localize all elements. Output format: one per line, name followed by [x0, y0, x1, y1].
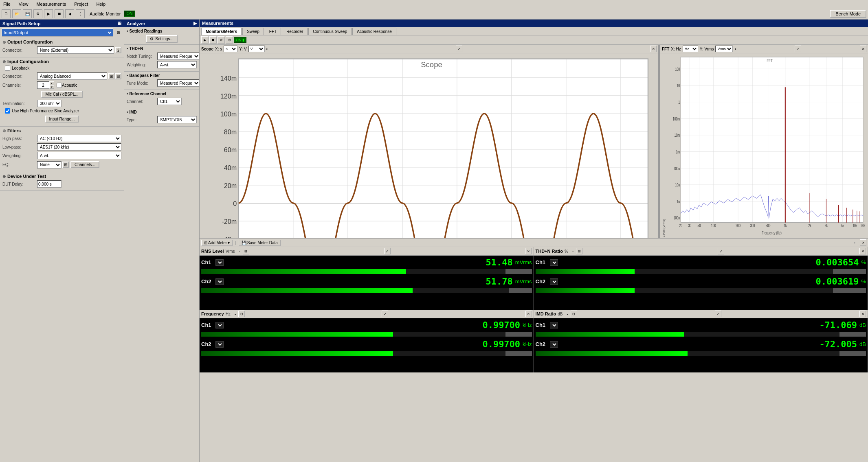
hpsa-checkbox[interactable]: [5, 108, 10, 114]
toolbar-settings-btn[interactable]: ⚙: [226, 36, 233, 44]
tab-fft[interactable]: FFT: [265, 28, 281, 35]
toolbar-loop-btn[interactable]: ↺: [218, 36, 225, 44]
toolbar-btn5[interactable]: ▶: [44, 9, 53, 18]
fft-close-btn[interactable]: ✕: [860, 46, 866, 52]
io-dropdown[interactable]: Input/Output: [2, 28, 113, 37]
bench-mode-button[interactable]: Bench Mode: [830, 10, 866, 18]
toolbar-btn7[interactable]: ◀: [65, 9, 74, 18]
loopback-checkbox[interactable]: [5, 66, 10, 71]
input-connector-select[interactable]: Analog Balanced: [37, 72, 107, 80]
scope-y-select[interactable]: VdBVdBu: [248, 46, 265, 52]
tab-recorder[interactable]: Recorder: [282, 28, 308, 35]
freq-expand-btn[interactable]: ⤢: [382, 311, 388, 317]
thd-expand-btn[interactable]: ⤢: [718, 248, 724, 254]
freq-close-btn[interactable]: ✕: [525, 311, 532, 317]
eq-select[interactable]: None: [37, 161, 62, 169]
fft-x-select[interactable]: HzkHz: [683, 46, 698, 52]
meters-toolbar: ⊞ Add Meter ▾ | 💾 Save Meter Data ▸ ✕: [200, 239, 868, 247]
toolbar-open[interactable]: 📂: [12, 9, 21, 18]
measurements-panel: Measurements Monitors/Meters Sweep FFT R…: [200, 20, 868, 462]
scope-x-select[interactable]: smsus: [224, 46, 237, 52]
imd-ch2-select[interactable]: ▼: [550, 341, 558, 348]
toolbar-btn8[interactable]: ⟨: [76, 9, 85, 18]
frequency-title: Frequency: [201, 311, 224, 316]
toolbar-play-btn[interactable]: ▶: [201, 36, 209, 44]
acoustic-checkbox[interactable]: [57, 83, 62, 88]
freq-ch2-unit: kHz: [523, 341, 532, 347]
tab-continuous-sweep[interactable]: Continuous Sweep: [308, 28, 352, 35]
fft-expand-btn[interactable]: ⤢: [795, 46, 801, 52]
meters-expand-btn[interactable]: ✕: [860, 239, 866, 246]
rms-close-btn[interactable]: ✕: [525, 248, 532, 254]
thd-minimize-btn[interactable]: ⊟: [576, 248, 582, 254]
termination-select[interactable]: 300 ohm: [37, 100, 62, 107]
rms-level-unit: Vrms: [226, 249, 235, 254]
signal-path-icon[interactable]: ⊞: [118, 21, 121, 26]
toolbar-stop-btn[interactable]: ⏹: [209, 36, 217, 44]
input-connector-btn1[interactable]: ⊞: [108, 73, 114, 79]
input-range-btn[interactable]: Input Range...: [45, 116, 79, 123]
toolbar-save[interactable]: 💾: [23, 9, 32, 18]
input-connector-btn2[interactable]: ⊟: [115, 73, 121, 79]
highpass-select[interactable]: AC (<10 Hz): [37, 135, 121, 142]
freq-ch2-bar-fill: [201, 351, 393, 356]
tune-mode-row: Tune Mode: Measured Freque: [127, 79, 197, 87]
rms-ch1-select[interactable]: ▼: [215, 259, 224, 266]
notch-label: Notch Tuning:: [127, 54, 157, 59]
mic-cal-btn[interactable]: Mic Cal / dBSPL...: [41, 91, 82, 98]
tab-sweep[interactable]: Sweep: [242, 28, 264, 35]
channels-down[interactable]: ▼: [49, 85, 54, 89]
rms-ch1-bar: [201, 269, 532, 274]
scope-expand-btn[interactable]: ⤢: [456, 46, 462, 52]
freq-minimize-btn[interactable]: ⊟: [238, 311, 245, 317]
type-select[interactable]: SMPTE/DIN: [157, 116, 197, 123]
menu-measurements[interactable]: Measurements: [35, 1, 68, 7]
menu-file[interactable]: File: [2, 1, 12, 7]
thd-ch1-select[interactable]: ▼: [550, 259, 558, 266]
toolbar-btn4[interactable]: ⚙: [33, 9, 42, 18]
tune-select[interactable]: Measured Freque: [157, 79, 200, 87]
menu-help[interactable]: Help: [94, 1, 107, 7]
tab-acoustic-response[interactable]: Acoustic Response: [352, 28, 396, 35]
dut-delay-input[interactable]: [37, 180, 62, 188]
rms-expand-btn[interactable]: ⤢: [384, 248, 391, 254]
freq-ch2-select[interactable]: ▼: [215, 341, 224, 348]
scope-close-btn[interactable]: ✕: [650, 46, 657, 52]
notch-select[interactable]: Measured Freque: [157, 53, 200, 60]
menu-view[interactable]: View: [17, 1, 30, 7]
tab-monitors-meters[interactable]: Monitors/Meters: [201, 28, 242, 35]
weighting-select[interactable]: A-wt.: [37, 152, 121, 159]
io-config-btn[interactable]: ⊞: [115, 29, 122, 36]
settings-button[interactable]: ⚙ Settings...: [146, 35, 177, 43]
analyzer-expand-icon[interactable]: ▶: [193, 21, 197, 26]
thd-close-btn[interactable]: ✕: [859, 248, 866, 254]
rms-minimize-btn[interactable]: ⊟: [243, 248, 249, 254]
connector-info-btn[interactable]: ℹ: [115, 47, 121, 53]
imd-close-btn[interactable]: ✕: [859, 311, 866, 317]
channels-filter-btn[interactable]: Channels...: [70, 161, 99, 168]
save-meter-data-btn[interactable]: 💾 Save Meter Data: [239, 240, 281, 246]
connector-select[interactable]: None (External): [37, 46, 114, 54]
fft-y-select[interactable]: VrmsdBV: [715, 46, 733, 52]
channel-select[interactable]: Ch1: [157, 98, 182, 105]
imd-minimize-btn[interactable]: ⊟: [571, 311, 577, 317]
rms-ch2-select[interactable]: ▼: [215, 278, 224, 285]
rms-ch1-row: Ch1 ▼ 51.48 mVrms: [201, 257, 532, 267]
imd-expand-btn[interactable]: ⤢: [715, 311, 721, 317]
lowpass-select[interactable]: AES17 (20 kHz): [37, 143, 121, 151]
analyzer-weighting-select[interactable]: A-wt.: [157, 61, 197, 68]
imd-ch2-label: Ch2: [536, 341, 550, 347]
add-meter-btn[interactable]: ⊞ Add Meter ▾: [201, 240, 233, 246]
connector-label: Connector:: [2, 48, 37, 53]
imd-ch1-select[interactable]: ▼: [550, 322, 558, 328]
menu-project[interactable]: Project: [73, 1, 90, 7]
freq-ch1-select[interactable]: ▼: [215, 322, 224, 328]
channels-up[interactable]: ▲: [49, 81, 54, 85]
channels-input[interactable]: [37, 81, 49, 89]
eq-info-btn[interactable]: ⊞: [62, 162, 69, 168]
svg-text:100: 100: [711, 223, 716, 228]
toolbar-btn6[interactable]: ⏹: [55, 9, 64, 18]
fft-header: FFT X: Hz HzkHz Y: Vrms VrmsdBV • ⤢ ✕: [660, 45, 868, 53]
thd-ch2-select[interactable]: ▼: [550, 278, 558, 285]
toolbar-new[interactable]: 🗋: [2, 9, 11, 18]
